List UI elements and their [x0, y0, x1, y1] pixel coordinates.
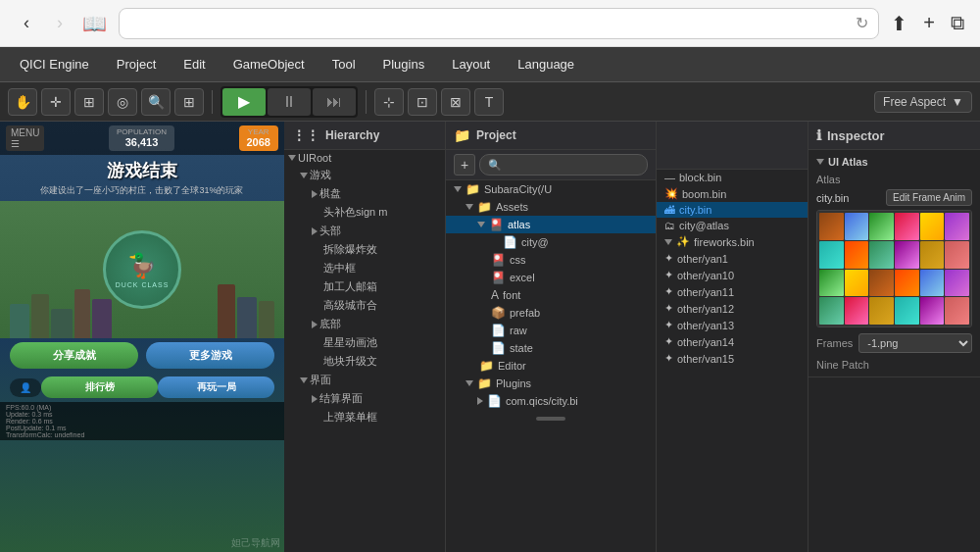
back-button[interactable]: ‹: [16, 9, 37, 37]
ranking-button[interactable]: 排行榜: [41, 376, 158, 398]
project-prefab[interactable]: 📦 prefab: [446, 304, 656, 322]
bin-yan1[interactable]: ✦ other/yan1: [657, 250, 808, 267]
tabs-button[interactable]: ⧉: [951, 12, 964, 34]
game-top-bar: MENU ☰ POPULATION 36,413 YEAR 2068: [0, 122, 284, 155]
hierarchy-item-head[interactable]: 头部: [284, 222, 445, 240]
project-font[interactable]: A font: [446, 286, 656, 304]
raw-label: raw: [510, 325, 527, 336]
section-arrow: [816, 159, 824, 165]
project-atlas[interactable]: 🎴 atlas: [446, 216, 656, 233]
menu-project[interactable]: Project: [105, 53, 168, 75]
hierarchy-item-bottom[interactable]: 底部: [284, 315, 445, 333]
block-icon: —: [664, 172, 675, 183]
hierarchy-item-board[interactable]: 棋盘: [284, 184, 445, 203]
project-search-input[interactable]: [479, 154, 648, 176]
project-editor[interactable]: 📁 Editor: [446, 357, 656, 375]
hierarchy-item-popup[interactable]: 上弹菜单框: [284, 408, 445, 427]
replay-button[interactable]: 再玩一局: [158, 376, 274, 398]
yan13-label: other/yan13: [677, 320, 734, 331]
menu-layout[interactable]: Layout: [440, 53, 502, 75]
new-tab-button[interactable]: +: [923, 12, 935, 34]
project-subara[interactable]: 📁 SubaraCity(/U: [446, 180, 656, 198]
toolbar: ✋ ✛ ⊞ ◎ 🔍 ⊞ ▶ ⏸ ⏭ ⊹ ⊡ ⊠ T Free Aspect ▼: [0, 82, 980, 122]
url-input[interactable]: 192.168.0.117: [120, 16, 878, 31]
bin-yan14[interactable]: ✦ other/yan14: [657, 333, 808, 350]
rect-tool-button[interactable]: ⊞: [74, 88, 104, 116]
grid-button[interactable]: ⊞: [174, 88, 204, 116]
project-raw[interactable]: 📄 raw: [446, 322, 656, 339]
project-plugins[interactable]: 📁 Plugins: [446, 375, 656, 392]
hierarchy-item-game[interactable]: 游戏: [284, 166, 445, 184]
sprite-2: [845, 213, 869, 240]
game-panel: MENU ☰ POPULATION 36,413 YEAR 2068 游戏结束 …: [0, 122, 284, 552]
share-button[interactable]: ⬆: [891, 12, 907, 35]
play-button[interactable]: ▶: [222, 88, 266, 116]
menu-language[interactable]: Language: [506, 53, 586, 75]
hierarchy-item-select[interactable]: 选中框: [284, 259, 445, 277]
dot-tool-button[interactable]: ◎: [108, 88, 137, 116]
hierarchy-item-upgrade[interactable]: 地块升级文: [284, 352, 445, 371]
hierarchy-item-head-color[interactable]: 头补色sign m: [284, 203, 445, 222]
bin-block[interactable]: — block.bin: [657, 170, 808, 185]
more-games-button[interactable]: 更多游戏: [146, 342, 274, 369]
bin-boom[interactable]: 💥 boom.bin: [657, 185, 808, 202]
bottom-arrow: [312, 321, 318, 328]
anchor-tl-button[interactable]: ⊹: [374, 88, 404, 116]
frames-select[interactable]: -1.png: [858, 333, 972, 353]
text-tool-button[interactable]: T: [474, 88, 504, 116]
bin-yan13[interactable]: ✦ other/yan13: [657, 317, 808, 333]
project-css[interactable]: 🎴 css: [446, 251, 656, 269]
reload-button[interactable]: ↻: [856, 14, 868, 32]
project-excel[interactable]: 🎴 excel: [446, 269, 656, 286]
share-achievement-button[interactable]: 分享成就: [10, 342, 138, 369]
project-add-button[interactable]: +: [454, 154, 475, 176]
hierarchy-item-uiroot[interactable]: UIRoot: [284, 150, 445, 166]
step-button[interactable]: ⏭: [313, 88, 356, 116]
zoom-button[interactable]: 🔍: [141, 88, 171, 116]
hierarchy-item-email[interactable]: 加工人邮箱: [284, 277, 445, 296]
project-assets[interactable]: 📁 Assets: [446, 198, 656, 216]
project-city-at[interactable]: 📄 city@: [446, 233, 656, 251]
aspect-selector[interactable]: Free Aspect ▼: [874, 91, 972, 113]
hand-tool-button[interactable]: ✋: [8, 88, 37, 116]
project-comqics[interactable]: 📄 com.qics/city.bi: [446, 392, 656, 410]
yan14-icon: ✦: [664, 335, 673, 348]
menu-qici[interactable]: QICI Engine: [8, 53, 101, 75]
anchor-tc-button[interactable]: ⊡: [408, 88, 437, 116]
sprite-24: [945, 297, 969, 325]
bookmarks-button[interactable]: 📖: [82, 12, 107, 35]
menu-edit[interactable]: Edit: [172, 53, 217, 75]
head-color-label: 头补色sign m: [323, 205, 387, 220]
hierarchy-item-city-high[interactable]: 高级城市合: [284, 296, 445, 315]
frames-row: Frames -1.png: [816, 333, 972, 353]
atlas-arrow: [477, 222, 485, 227]
uiroot-arrow: [288, 155, 296, 161]
menu-gameobject[interactable]: GameObject: [221, 53, 317, 75]
bin-yan10[interactable]: ✦ other/yan10: [657, 267, 808, 283]
menu-tool[interactable]: Tool: [320, 53, 368, 75]
yan11-icon: ✦: [664, 285, 673, 298]
hierarchy-item-settle[interactable]: 结算界面: [284, 389, 445, 408]
bin-yan11[interactable]: ✦ other/yan11: [657, 283, 808, 300]
bin-yan12[interactable]: ✦ other/yan12: [657, 300, 808, 317]
fireworks-icon: ✨: [676, 235, 690, 248]
sprite-7: [819, 241, 844, 269]
bin-city-atlas[interactable]: 🗂 city@atlas: [657, 218, 808, 233]
hierarchy-item-ui[interactable]: 界面: [284, 371, 445, 389]
forward-button[interactable]: ›: [49, 9, 71, 37]
hierarchy-icon: ⋮⋮: [292, 127, 319, 143]
head-label: 头部: [319, 224, 341, 238]
bin-fireworks[interactable]: ✨ fireworks.bin: [657, 233, 808, 250]
state-icon: 📄: [491, 341, 506, 355]
pause-button[interactable]: ⏸: [268, 88, 311, 116]
project-state[interactable]: 📄 state: [446, 339, 656, 357]
bin-van15[interactable]: ✦ other/van15: [657, 350, 808, 367]
bin-city[interactable]: 🏙 city.bin: [657, 202, 808, 218]
game-menu-icon[interactable]: MENU ☰: [6, 125, 44, 151]
hierarchy-item-explode[interactable]: 拆除爆炸效: [284, 240, 445, 259]
move-tool-button[interactable]: ✛: [41, 88, 71, 116]
edit-frame-anim-button[interactable]: Edit Frame Anim: [886, 189, 972, 206]
hierarchy-item-star[interactable]: 星星动画池: [284, 333, 445, 352]
menu-plugins[interactable]: Plugins: [371, 53, 437, 75]
anchor-bc-button[interactable]: ⊠: [441, 88, 470, 116]
